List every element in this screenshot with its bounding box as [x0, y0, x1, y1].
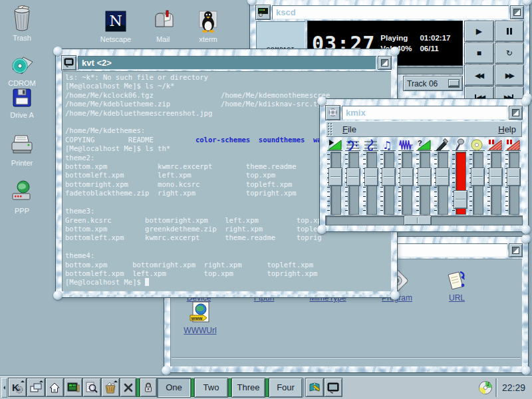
volume-slider[interactable] [505, 152, 521, 214]
lcd-track-position: 06/11 [420, 45, 450, 53]
volume-slider[interactable] [345, 152, 360, 214]
taskbar-clock: 22:29 [498, 382, 529, 393]
volume-slider[interactable] [363, 152, 378, 214]
cd-player-icon [258, 8, 268, 17]
desktop-icon-mail[interactable]: Mail [142, 9, 184, 43]
slider-handle[interactable] [365, 168, 378, 186]
kscd-maximize-button[interactable] [511, 6, 523, 19]
home-folder-button[interactable] [46, 378, 63, 396]
kvt-window-icon[interactable] [62, 56, 76, 70]
volume-slider[interactable] [434, 152, 450, 214]
volume-slider[interactable] [452, 152, 467, 214]
kvt-maximize-button[interactable] [378, 57, 391, 69]
kmix-titlebar[interactable]: kmix [326, 105, 522, 120]
help-button[interactable] [306, 378, 323, 396]
kmix-window-icon[interactable] [326, 106, 340, 120]
pcm-wave-icon [398, 138, 414, 151]
desktop-icon-label: xterm [199, 35, 217, 43]
corner-knob [521, 96, 531, 106]
desktop: { "desktop": { "background_color": "#9fb… [0, 0, 532, 399]
desktop-icon-drive-a[interactable]: Drive A [1, 86, 43, 119]
kscd-tray-icon: ♪ [477, 380, 493, 396]
desktop-icon-label: Mail [156, 35, 170, 43]
pager-desktop-four[interactable]: Four [269, 378, 302, 397]
menu-help[interactable]: Help [492, 124, 522, 134]
panel-hide-button[interactable] [1, 378, 7, 398]
applications-button[interactable] [65, 378, 82, 396]
find-files-button[interactable] [83, 378, 100, 396]
k-menu-button[interactable]: K [9, 378, 26, 396]
waste-bin-button[interactable] [102, 378, 119, 396]
lock-screen-button[interactable] [140, 378, 156, 396]
terminal-icon [64, 58, 74, 67]
loop-button[interactable]: ↻ [495, 43, 524, 63]
desktop-icon-printer[interactable]: Printer [1, 133, 43, 167]
lcd-status: Playing [380, 34, 412, 42]
desktop-icon-ppp[interactable]: PPP [1, 180, 43, 215]
mute-red-icon [505, 138, 521, 151]
terminal-icon [327, 381, 340, 394]
kill-window-button[interactable] [120, 378, 136, 396]
kscd-tray-button[interactable]: ♪ [477, 378, 494, 396]
scrollbar-handle[interactable] [404, 216, 431, 225]
play-icon: ▶ [476, 27, 482, 36]
kmix-title[interactable]: kmix [342, 106, 507, 120]
mailbox-icon [150, 9, 176, 33]
terminal-button[interactable] [325, 378, 342, 396]
desktop-icon-xterm[interactable]: xterm [187, 9, 229, 43]
desktop-icon-netscape[interactable]: N Netscape [94, 9, 137, 43]
slider-handle[interactable] [507, 168, 520, 186]
play-button[interactable]: ▶ [465, 21, 493, 41]
volume-slider[interactable] [469, 152, 485, 214]
svg-text:?: ? [418, 139, 422, 147]
kmix-menubar: File Help [326, 121, 522, 137]
stop-button[interactable]: ■ [465, 43, 493, 63]
kfm-maximize-button[interactable] [509, 244, 522, 257]
pager-desktop-one[interactable]: One [158, 378, 190, 397]
slider-handle[interactable] [329, 168, 342, 186]
cd-channel-icon [469, 138, 485, 151]
lock-icon [142, 382, 154, 394]
fast-forward-icon: ▶▶ [505, 72, 513, 79]
volume-slider[interactable] [416, 152, 432, 214]
desktop-icon-trash[interactable]: Trash [1, 5, 43, 42]
maximize-icon [512, 247, 519, 254]
slider-handle[interactable] [418, 168, 431, 186]
pager-desktop-three[interactable]: Three [232, 378, 265, 397]
kmix-channels: ♫? [326, 138, 522, 214]
slider-handle[interactable] [400, 168, 413, 186]
kmix-horizontal-scrollbar[interactable] [326, 216, 522, 225]
volume-slider[interactable] [380, 152, 396, 214]
slider-handle[interactable] [347, 168, 360, 186]
window-list-button[interactable] [27, 378, 45, 396]
svg-text:WWW: WWW [192, 317, 203, 321]
kfm-item-url[interactable]: URL [429, 269, 485, 303]
kfm-item-wwwurl[interactable]: WWW WWWUrl [172, 301, 228, 335]
slider-handle[interactable] [382, 168, 395, 186]
slider-handle[interactable] [489, 168, 502, 186]
menu-file[interactable]: File [336, 124, 362, 134]
slider-handle[interactable] [471, 168, 484, 186]
track-selector[interactable]: Track 06 [404, 76, 462, 90]
rewind-button[interactable]: ◀◀ [465, 65, 493, 85]
kvt-title[interactable]: kvt <2> [78, 56, 376, 70]
kmix-maximize-button[interactable] [509, 106, 522, 119]
volume-icon [327, 138, 342, 151]
toolbar-drag-handle[interactable] [327, 122, 333, 136]
slider-handle[interactable] [454, 191, 467, 208]
fast-forward-button[interactable]: ▶▶ [495, 65, 524, 85]
kvt-titlebar[interactable]: kvt <2> [62, 55, 391, 70]
desktop-icon-label: Netscape [100, 35, 131, 43]
desktop-icon-cdrom[interactable]: CDROM [1, 53, 43, 87]
kscd-title[interactable]: kscd [272, 5, 509, 19]
kscd-titlebar[interactable]: kscd [256, 5, 523, 19]
penguin-icon [196, 9, 221, 33]
home-icon [48, 381, 61, 394]
volume-slider[interactable] [487, 152, 503, 214]
volume-slider[interactable] [398, 152, 414, 214]
pager-desktop-two[interactable]: Two [195, 378, 227, 397]
pause-button[interactable] [495, 21, 524, 41]
kscd-window-icon[interactable] [256, 5, 270, 19]
volume-slider[interactable] [327, 152, 342, 214]
slider-handle[interactable] [436, 168, 449, 186]
